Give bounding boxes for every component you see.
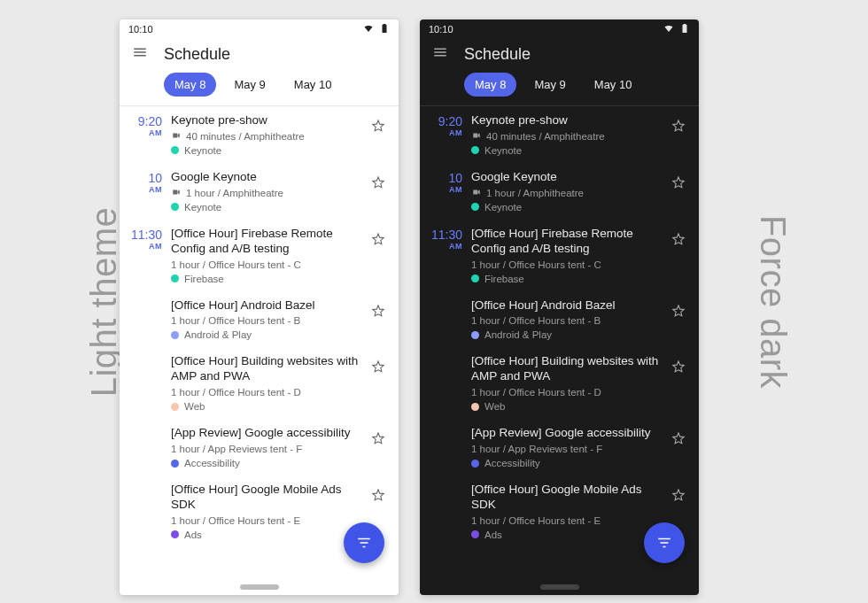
event-time: 10AM <box>127 170 162 216</box>
nav-handle[interactable] <box>540 584 579 590</box>
track-dot-icon <box>171 403 179 411</box>
event-meta: 40 minutes / Amphitheatre <box>171 131 363 142</box>
event-track: Ads <box>171 530 363 540</box>
event-track: Keynote <box>471 202 663 213</box>
tab-may-10[interactable]: May 10 <box>283 73 343 97</box>
event-time <box>427 354 462 415</box>
star-button[interactable] <box>667 426 690 472</box>
tab-may-9[interactable]: May 9 <box>223 73 275 97</box>
list-item[interactable]: [Office Hour] Building websites with AMP… <box>120 347 399 419</box>
star-button[interactable] <box>367 298 390 344</box>
event-meta: 1 hour / Office Hours tent - E <box>171 515 363 526</box>
nav-handle[interactable] <box>240 584 279 590</box>
list-item[interactable]: [Office Hour] Android Bazel1 hour / Offi… <box>120 291 399 348</box>
event-track: Keynote <box>471 145 663 156</box>
menu-icon[interactable] <box>432 44 448 64</box>
track-dot-icon <box>471 331 479 339</box>
menu-icon[interactable] <box>132 44 148 64</box>
date-tabs: May 8May 9May 10 <box>120 66 399 105</box>
event-meta: 1 hour / Amphitheatre <box>471 188 663 198</box>
event-title: [Office Hour] Android Bazel <box>171 298 363 313</box>
list-item[interactable]: [Office Hour] Building websites with AMP… <box>420 347 699 419</box>
event-track: Android & Play <box>171 329 363 340</box>
event-track: Android & Play <box>471 329 663 340</box>
schedule-list[interactable]: 9:20AMKeynote pre-show40 minutes / Amphi… <box>420 106 699 595</box>
track-dot-icon <box>471 460 479 468</box>
event-track: Firebase <box>471 274 663 284</box>
tab-may-9[interactable]: May 9 <box>523 73 576 97</box>
star-button[interactable] <box>667 298 690 344</box>
star-button[interactable] <box>367 227 390 288</box>
event-meta: 1 hour / Office Hours tent - B <box>471 315 663 326</box>
star-button[interactable] <box>367 113 390 159</box>
list-item[interactable]: 9:20AMKeynote pre-show40 minutes / Amphi… <box>420 106 699 163</box>
event-time <box>127 426 162 472</box>
star-button[interactable] <box>667 170 690 216</box>
app-bar: Schedule <box>420 39 699 66</box>
track-dot-icon <box>471 203 479 211</box>
event-time <box>427 298 462 344</box>
track-dot-icon <box>171 460 179 468</box>
track-dot-icon <box>171 274 179 282</box>
event-title: [Office Hour] Android Bazel <box>471 298 663 313</box>
event-title: [App Review] Google accessibility <box>471 426 663 441</box>
tab-may-10[interactable]: May 10 <box>584 73 643 97</box>
star-button[interactable] <box>667 113 690 159</box>
wifi-icon <box>363 23 374 35</box>
event-time <box>427 426 462 472</box>
star-button[interactable] <box>667 354 690 415</box>
event-title: [Office Hour] Building websites with AMP… <box>471 354 663 384</box>
event-meta: 40 minutes / Amphitheatre <box>471 131 663 142</box>
phone-light: 10:10 Schedule May 8May 9May 10 9:20AMKe… <box>120 19 399 595</box>
event-meta: 1 hour / Office Hours tent - E <box>471 515 663 526</box>
event-time <box>427 483 462 544</box>
event-title: [Office Hour] Building websites with AMP… <box>171 354 363 384</box>
event-track: Keynote <box>171 202 363 213</box>
event-meta: 1 hour / Office Hours tent - B <box>171 315 363 326</box>
filter-fab[interactable] <box>344 522 384 563</box>
list-item[interactable]: 11:30AM[Office Hour] Firebase Remote Con… <box>420 220 699 291</box>
event-meta: 1 hour / Office Hours tent - C <box>471 259 663 270</box>
list-item[interactable]: 10AMGoogle Keynote1 hour / AmphitheatreK… <box>420 163 699 220</box>
event-meta: 1 hour / Office Hours tent - D <box>171 387 363 398</box>
event-time: 10AM <box>427 170 462 216</box>
track-dot-icon <box>471 146 479 154</box>
list-item[interactable]: [Office Hour] Android Bazel1 hour / Offi… <box>420 291 699 348</box>
list-item[interactable]: [App Review] Google accessibility1 hour … <box>420 419 699 475</box>
event-track: Accessibility <box>471 458 663 468</box>
event-track: Ads <box>471 530 663 540</box>
track-dot-icon <box>471 530 479 538</box>
tab-may-8[interactable]: May 8 <box>164 73 216 97</box>
page-title: Schedule <box>164 45 230 64</box>
star-button[interactable] <box>667 227 690 288</box>
star-button[interactable] <box>367 426 390 472</box>
battery-icon <box>379 23 390 35</box>
event-title: Keynote pre-show <box>171 113 363 128</box>
filter-fab[interactable] <box>644 522 685 563</box>
list-item[interactable]: 10AMGoogle Keynote1 hour / AmphitheatreK… <box>120 163 399 220</box>
event-title: [Office Hour] Firebase Remote Config and… <box>471 227 663 257</box>
event-title: [Office Hour] Google Mobile Ads SDK <box>471 483 663 513</box>
event-time <box>127 354 162 415</box>
list-item[interactable]: [App Review] Google accessibility1 hour … <box>120 419 399 475</box>
star-button[interactable] <box>367 170 390 216</box>
event-meta: 1 hour / Office Hours tent - C <box>171 259 363 270</box>
event-track: Keynote <box>171 145 363 156</box>
track-dot-icon <box>171 530 179 538</box>
event-meta: 1 hour / App Reviews tent - F <box>471 444 663 454</box>
event-track: Web <box>471 401 663 412</box>
event-meta: 1 hour / Office Hours tent - D <box>471 387 663 398</box>
video-icon <box>471 131 482 142</box>
list-item[interactable]: 11:30AM[Office Hour] Firebase Remote Con… <box>120 220 399 291</box>
battery-icon <box>679 23 690 35</box>
list-item[interactable]: 9:20AMKeynote pre-show40 minutes / Amphi… <box>120 106 399 163</box>
status-time: 10:10 <box>429 24 453 35</box>
track-dot-icon <box>171 203 179 211</box>
track-dot-icon <box>471 274 479 282</box>
star-button[interactable] <box>367 354 390 415</box>
track-dot-icon <box>171 331 179 339</box>
event-track: Firebase <box>171 274 363 284</box>
schedule-list[interactable]: 9:20AMKeynote pre-show40 minutes / Amphi… <box>120 106 399 595</box>
phones-container: 10:10 Schedule May 8May 9May 10 9:20AMKe… <box>120 19 699 595</box>
tab-may-8[interactable]: May 8 <box>464 73 516 97</box>
